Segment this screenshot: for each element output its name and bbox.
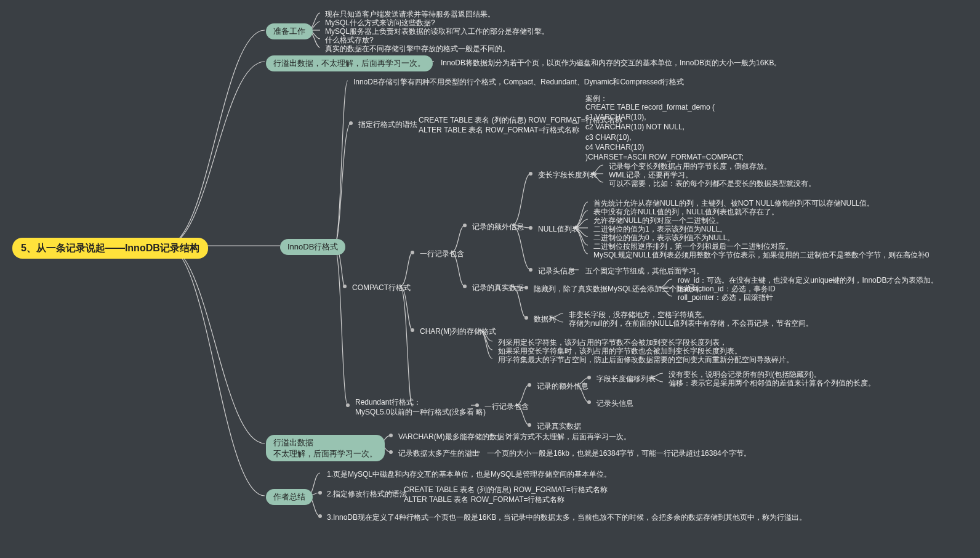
root-text: 5、从一条记录说起——InnoDB记录结构 (21, 243, 199, 253)
summary-p1: 1.页是MySQL中磁盘和内存交互的基本单位，也是MySQL是管理存储空间的基本… (323, 469, 615, 480)
charm-line-2: 用字符集最大的字节占空间，防止后面修改数据需要的空间变大而重新分配空间导致碎片。 (494, 354, 797, 365)
row-format-intro: InnoDB存储引擎有四种不用类型的行个格式，Compact、Redundant… (350, 76, 688, 87)
syntax-title: 指定行格式的语法 (355, 119, 421, 130)
redundant-real: 记录真实数据 (533, 421, 585, 432)
branch-overflow-bottom[interactable]: 行溢出数据 不太理解，后面再学习一次。 (266, 435, 385, 461)
overflow-title: 记录数据太多产生的溢出 (395, 448, 483, 459)
dot (389, 450, 393, 454)
overflow-top-text: InnoDB将数据划分为若干个页，以页作为磁盘和内存的交互的基本单位，InnoD… (437, 57, 785, 68)
prep-line-4: 真实的数据在不同存储引擎中存放的格式一般是不同的。 (321, 43, 513, 54)
hidden-line-2: roll_pointer：必选，回滚指针 (674, 292, 777, 303)
dot (587, 400, 591, 404)
overflow-text: 一个页的大小一般是16kb，也就是16384字节，可能一行记录超过16384个字… (483, 448, 755, 459)
dot (411, 251, 414, 254)
dot (475, 403, 479, 407)
branch-row-format[interactable]: InnoDB行格式 (280, 239, 345, 255)
dot (529, 268, 532, 272)
mindmap-canvas[interactable]: { "root": "5、从一条记录说起——InnoDB记录结构", "b1":… (0, 0, 980, 558)
redundant-header: 记录头信息 (593, 398, 637, 409)
varlen-title: 变长字段长度列表 (534, 169, 601, 180)
datacol-title: 数据列 (530, 313, 560, 325)
dot (529, 226, 532, 230)
dot (349, 121, 353, 125)
dot (389, 434, 393, 437)
root-node[interactable]: 5、从一条记录说起——InnoDB记录结构 (12, 238, 208, 259)
dot (343, 285, 347, 288)
summary-p3-title: 3.InnoDB现在定义了4种行格式 (323, 512, 432, 523)
varlen-line-2: 可以不需要，比如：表的每个列都不是变长的数据类型就没有。 (605, 178, 819, 189)
dot (528, 383, 531, 387)
real-title: 记录的真实数据 (468, 282, 528, 293)
redundant-row-contains: 一行记录包含 (481, 401, 532, 412)
dot (463, 224, 467, 227)
header-title: 记录头信息 (534, 265, 579, 277)
dot (529, 172, 532, 176)
branch-prep[interactable]: 准备工作 (266, 23, 313, 39)
compact-title: COMPACT行格式 (348, 282, 414, 293)
charm-title: CHAR(M)列的存储格式 (416, 326, 500, 337)
branch-overflow-top[interactable]: 行溢出数据，不太理解，后面再学习一次。 (266, 55, 433, 71)
dot (528, 423, 531, 427)
dot (318, 491, 322, 495)
dot (411, 328, 414, 332)
dot (346, 403, 350, 407)
compact-row-contains: 一行记录包含 (416, 248, 468, 259)
dot (463, 285, 467, 288)
varchar-title: VARCHAR(M)最多能存储的数据？ (395, 431, 515, 442)
offset-title: 字段长度偏移列表 (593, 373, 659, 384)
summary-p2-title: 2.指定修改行格式的语法 (323, 488, 411, 499)
dot (587, 376, 591, 379)
syntax-example: CREATE TABLE record_format_demo ( c1 VAR… (582, 102, 747, 163)
datacol-line-1: 存储为null的列，在前面的NULL值列表中有存储，不会再记录，节省空间。 (565, 318, 817, 329)
dot (318, 514, 322, 518)
dot (524, 286, 528, 289)
nulls-title: NULL值列表 (534, 224, 583, 235)
varchar-text: 计算方式不太理解，后面再学习一次。 (502, 431, 635, 442)
branch-author-summary[interactable]: 作者总结 (266, 489, 313, 505)
summary-p3-text: 一个页也一般是16KB，当记录中的数据太多，当前也放不下的时候，会把多余的数据存… (423, 512, 810, 523)
offset-line-1: 偏移：表示它是采用两个相邻值的差值来计算各个列值的长度。 (665, 378, 879, 389)
redundant-extra: 记录的额外信息 (533, 381, 592, 392)
dot (524, 316, 528, 320)
compact-extra: 记录的额外信息 (468, 221, 528, 232)
redundant-title: Redundant行格式： MySQL5.0以前的一种行格式(没多看 略) (351, 397, 489, 418)
summary-p2-lines: CREATE TABLE 表名 (列的信息) ROW_FORMAT=行格式名称 … (400, 484, 611, 505)
nulls-line-6: MySQL规定NULL值列表必须用整数个字节位表示，如果使用的二进制位不是整数个… (590, 249, 933, 261)
